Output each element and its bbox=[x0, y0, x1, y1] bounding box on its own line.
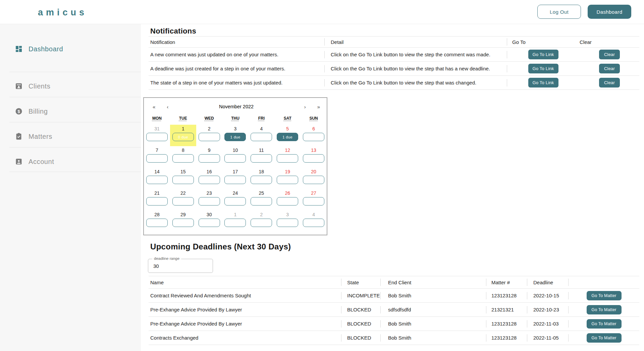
calendar-day-cell[interactable]: 6 bbox=[301, 125, 327, 146]
calendar-day-due-button[interactable] bbox=[224, 219, 246, 227]
calendar-day-cell[interactable]: 10 due bbox=[170, 125, 196, 146]
calendar-day-cell[interactable]: 8 bbox=[170, 146, 196, 168]
calendar-day-due-button[interactable] bbox=[303, 176, 324, 184]
calendar-nav: « ‹ November 2022 › » bbox=[144, 98, 327, 111]
calendar-day-due-button[interactable] bbox=[251, 133, 272, 141]
calendar-day-due-button[interactable] bbox=[199, 133, 220, 141]
calendar-day-due-button[interactable] bbox=[251, 197, 272, 206]
calendar-day-cell[interactable]: 24 bbox=[222, 189, 249, 211]
calendar-next-year-button[interactable]: » bbox=[315, 103, 322, 110]
calendar-day-due-button[interactable]: 1 due bbox=[277, 133, 298, 141]
calendar-day-due-button[interactable] bbox=[146, 176, 168, 184]
calendar-day-due-button[interactable] bbox=[146, 154, 168, 163]
calendar-day-cell[interactable]: 10 bbox=[222, 146, 249, 168]
deadline-client: sdfsdfsdfd bbox=[381, 303, 486, 316]
go-to-matter-button[interactable]: Go To Matter bbox=[587, 291, 622, 300]
calendar-day-due-button[interactable] bbox=[172, 154, 194, 163]
calendar-day-cell[interactable]: 4 bbox=[248, 125, 274, 146]
calendar-day-due-button[interactable] bbox=[303, 219, 324, 227]
calendar-day-cell[interactable]: 28 bbox=[144, 211, 170, 232]
sidebar-item-billing[interactable]: $ Billing bbox=[0, 99, 141, 124]
calendar-day-cell[interactable]: 14 bbox=[144, 168, 170, 189]
deadline-range-input[interactable] bbox=[148, 259, 213, 273]
calendar-day-cell[interactable]: 16 bbox=[196, 168, 222, 189]
calendar-prev-year-button[interactable]: « bbox=[151, 103, 157, 110]
calendar-day-cell[interactable]: 7 bbox=[144, 146, 170, 168]
calendar-day-cell[interactable]: 3 bbox=[274, 211, 301, 232]
calendar-day-cell[interactable]: 51 due bbox=[274, 125, 301, 146]
go-to-matter-button[interactable]: Go To Matter bbox=[587, 333, 622, 343]
calendar-day-due-button[interactable] bbox=[199, 176, 220, 184]
calendar-day-due-button[interactable] bbox=[224, 197, 246, 206]
calendar-day-due-button[interactable] bbox=[277, 154, 298, 163]
calendar-day-cell[interactable]: 26 bbox=[274, 189, 301, 211]
go-to-matter-button[interactable]: Go To Matter bbox=[587, 305, 622, 314]
logout-button[interactable]: Log Out bbox=[537, 5, 581, 19]
calendar-day-cell[interactable]: 13 bbox=[301, 146, 327, 168]
calendar-day-cell[interactable]: 17 bbox=[222, 168, 249, 189]
calendar-day-number: 20 bbox=[301, 169, 327, 175]
calendar-day-cell[interactable]: 19 bbox=[274, 168, 301, 189]
calendar-day-cell[interactable]: 22 bbox=[170, 189, 196, 211]
calendar-day-due-button[interactable] bbox=[277, 197, 298, 206]
sidebar-item-dashboard[interactable]: Dashboard bbox=[0, 37, 141, 61]
go-to-link-button[interactable]: Go To Link bbox=[528, 78, 558, 87]
calendar-day-cell[interactable]: 2 bbox=[248, 211, 274, 232]
calendar-prev-month-button[interactable]: ‹ bbox=[165, 103, 170, 110]
calendar-day-due-button[interactable] bbox=[277, 176, 298, 184]
calendar-next-month-button[interactable]: › bbox=[302, 103, 308, 110]
notification-text: A deadline was just created for a step i… bbox=[149, 62, 325, 75]
dashboard-button[interactable]: Dashboard bbox=[588, 5, 631, 19]
calendar-day-cell[interactable]: 18 bbox=[248, 168, 274, 189]
calendar-day-due-button[interactable] bbox=[303, 133, 324, 141]
calendar-day-due-button[interactable] bbox=[199, 154, 220, 163]
clear-notification-button[interactable]: Clear bbox=[599, 78, 620, 87]
calendar-day-due-button[interactable] bbox=[303, 154, 324, 163]
calendar-day-due-button[interactable] bbox=[172, 219, 194, 227]
notifications-title: Notifications bbox=[150, 27, 196, 36]
go-to-link-button[interactable]: Go To Link bbox=[528, 50, 558, 59]
sidebar-item-matters[interactable]: Matters bbox=[0, 124, 141, 149]
calendar-day-due-button[interactable]: 0 due bbox=[172, 133, 194, 141]
calendar-day-cell[interactable]: 9 bbox=[196, 146, 222, 168]
calendar-day-cell[interactable]: 21 bbox=[144, 189, 170, 211]
calendar-day-cell[interactable]: 23 bbox=[196, 189, 222, 211]
calendar-day-cell[interactable]: 1 bbox=[222, 211, 249, 232]
calendar-day-due-button[interactable] bbox=[199, 219, 220, 227]
clear-notification-button[interactable]: Clear bbox=[599, 64, 620, 73]
calendar-day-due-button[interactable] bbox=[251, 176, 272, 184]
calendar-day-due-button[interactable] bbox=[224, 154, 246, 163]
calendar-day-cell[interactable]: 4 bbox=[301, 211, 327, 232]
calendar-day-cell[interactable]: 27 bbox=[301, 189, 327, 211]
calendar-day-due-button[interactable] bbox=[146, 219, 168, 227]
calendar-day-cell[interactable]: 29 bbox=[170, 211, 196, 232]
go-to-link-button[interactable]: Go To Link bbox=[528, 64, 558, 73]
sidebar-item-account[interactable]: Account bbox=[0, 149, 141, 174]
calendar-day-cell[interactable]: 20 bbox=[301, 168, 327, 189]
calendar-day-due-button[interactable] bbox=[303, 197, 324, 206]
calendar-day-due-button[interactable] bbox=[146, 197, 168, 206]
calendar-day-due-button[interactable] bbox=[199, 197, 220, 206]
calendar-day-cell[interactable]: 25 bbox=[248, 189, 274, 211]
calendar-day-due-button[interactable] bbox=[277, 219, 298, 227]
calendar-day-cell[interactable]: 11 bbox=[248, 146, 274, 168]
calendar-day-due-button[interactable] bbox=[172, 176, 194, 184]
calendar-day-cell[interactable]: 2 bbox=[196, 125, 222, 146]
calendar-day-cell[interactable]: 31 due bbox=[222, 125, 249, 146]
go-to-matter-button[interactable]: Go To Matter bbox=[587, 319, 622, 329]
calendar-day-due-button[interactable] bbox=[146, 133, 168, 141]
weekday-label: TUE bbox=[170, 116, 196, 123]
calendar-day-due-button[interactable] bbox=[251, 154, 272, 163]
calendar-day-due-button[interactable] bbox=[251, 219, 272, 227]
calendar-day-due-button[interactable] bbox=[224, 176, 246, 184]
calendar-day-cell[interactable]: 31 bbox=[144, 125, 170, 146]
weekday-label: MON bbox=[144, 116, 170, 123]
calendar-day-due-button[interactable] bbox=[172, 197, 194, 206]
sidebar-item-clients[interactable]: Clients bbox=[0, 74, 141, 99]
calendar-day-cell[interactable]: 15 bbox=[170, 168, 196, 189]
calendar-day-cell[interactable]: 30 bbox=[196, 211, 222, 232]
calendar-day-due-button[interactable]: 1 due bbox=[224, 133, 246, 141]
calendar-day-cell[interactable]: 12 bbox=[274, 146, 301, 168]
clear-notification-button[interactable]: Clear bbox=[599, 50, 620, 59]
column-header: Deadline bbox=[527, 276, 569, 288]
